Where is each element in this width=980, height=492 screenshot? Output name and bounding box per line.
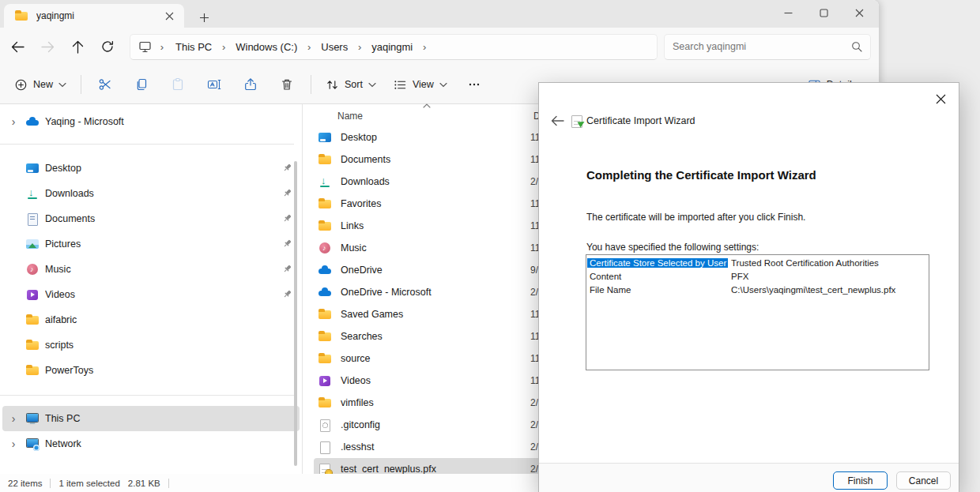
chevron-right-icon[interactable] [7,115,20,128]
sidebar-item[interactable]: Desktop [2,156,300,181]
items-count: 22 items [8,479,42,488]
file-name: OneDrive [341,265,383,276]
sidebar-separator [0,395,294,396]
file-icon [317,130,333,145]
maximize-icon[interactable] [806,0,842,26]
file-name: .lesshst [341,441,374,453]
settings-listbox[interactable]: Certificate Store Selected by User Trust… [586,254,929,370]
sidebar-item[interactable]: scripts [2,332,300,358]
up-icon[interactable] [63,34,92,59]
tab-strip: yaqingmi [0,0,879,28]
item-icon [24,363,40,377]
sidebar-item[interactable]: Downloads [2,181,300,206]
breadcrumb-item[interactable]: This PC [169,39,218,55]
setting-value: C:\Users\yaqingmi\test_cert_newplus.pfx [728,285,895,295]
breadcrumb-item[interactable]: Windows (C:) [229,39,303,55]
wizard-body-text: The certificate will be imported after y… [586,212,805,223]
file-name: Favorites [341,198,381,209]
file-icon [317,329,333,344]
address-bar-row: This PC Windows (C:) Users yaqin [0,28,879,66]
file-name: OneDrive - Microsoft [341,287,432,298]
sidebar-item[interactable]: Network [2,431,300,456]
search-placeholder: Search yaqingmi [673,41,746,52]
file-name: source [341,353,371,364]
file-icon [317,396,333,410]
close-icon[interactable] [842,0,877,26]
status-separator [50,479,51,488]
view-button[interactable]: View [386,70,455,99]
new-tab-button[interactable] [192,7,216,28]
folder-icon [13,9,29,23]
finish-button[interactable]: Finish [833,471,888,490]
sidebar-item-label: Music [45,264,277,275]
sidebar-item[interactable]: Music [2,257,300,282]
file-icon [317,285,333,299]
window-controls [771,0,877,26]
breadcrumb-item[interactable]: Users [315,39,354,55]
file-icon [317,152,333,167]
pin-icon [282,238,293,250]
dialog-title: Certificate Import Wizard [586,115,695,126]
pin-icon [282,188,293,199]
sidebar-item[interactable]: Documents [2,206,300,231]
chevron-right-icon[interactable] [7,438,20,450]
breadcrumb-chevron-icon [156,41,168,53]
share-icon[interactable] [233,70,268,99]
sidebar-item[interactable]: Videos [2,282,300,307]
minimize-icon[interactable] [771,0,806,26]
sidebar-item[interactable]: Pictures [2,231,300,257]
item-icon [24,313,40,327]
more-options-icon[interactable] [457,70,492,99]
copy-icon[interactable] [124,70,159,99]
tab-close-icon[interactable] [160,7,178,24]
item-icon [24,287,40,302]
breadcrumb[interactable]: This PC Windows (C:) Users yaqin [130,34,658,60]
item-icon [24,262,40,276]
sidebar-item-label: Videos [45,289,277,300]
settings-row[interactable]: Content PFX [587,269,928,283]
chevron-right-icon[interactable] [7,412,20,425]
refresh-icon[interactable] [93,34,122,59]
new-button[interactable]: New [6,70,74,99]
chevron-down-icon [58,82,66,88]
breadcrumb-item[interactable]: yaqingmi [365,39,419,55]
file-name: Links [341,220,364,231]
sidebar-item[interactable]: aifabric [2,307,300,332]
settings-row[interactable]: File Name C:\Users\yaqingmi\test_cert_ne… [587,283,928,296]
column-header-name[interactable]: Name [337,111,363,122]
file-icon [317,263,333,277]
sidebar-item[interactable]: PowerToys [2,358,300,383]
back-icon[interactable] [3,34,32,59]
sort-button[interactable]: Sort [318,70,384,99]
file-icon [317,440,333,454]
breadcrumb-chevron-icon [354,41,365,53]
paste-icon[interactable] [160,70,195,99]
dialog-close-icon[interactable] [930,89,951,108]
cut-icon[interactable] [88,70,122,99]
delete-icon[interactable] [270,70,304,99]
file-name: Downloads [341,176,390,187]
search-input[interactable]: Search yaqingmi [664,34,871,60]
sidebar-item[interactable]: Yaqing - Microsoft [2,109,300,134]
settings-row[interactable]: Certificate Store Selected by User Trust… [587,256,928,269]
sidebar-item-label: This PC [45,413,293,424]
file-icon [317,374,333,388]
forward-icon[interactable] [33,34,62,59]
setting-key: Content [587,272,728,281]
file-icon [317,197,333,211]
item-icon [24,212,40,226]
dialog-back-icon[interactable] [547,113,567,129]
sidebar-scrollbar[interactable] [294,161,297,466]
sidebar-item-label: Yaqing - Microsoft [45,116,293,127]
file-icon [317,307,333,321]
sidebar-separator [0,144,294,145]
file-name: test_cert_newplus.pfx [341,464,436,475]
setting-key: Certificate Store Selected by User [587,258,728,268]
tab-yaqingmi[interactable]: yaqingmi [4,4,184,28]
sidebar-item[interactable]: This PC [2,406,300,431]
item-icon [24,338,40,352]
file-icon [317,351,333,366]
rename-icon[interactable] [197,70,232,99]
cancel-button[interactable]: Cancel [896,471,951,490]
sidebar-item-label: Network [45,438,293,449]
